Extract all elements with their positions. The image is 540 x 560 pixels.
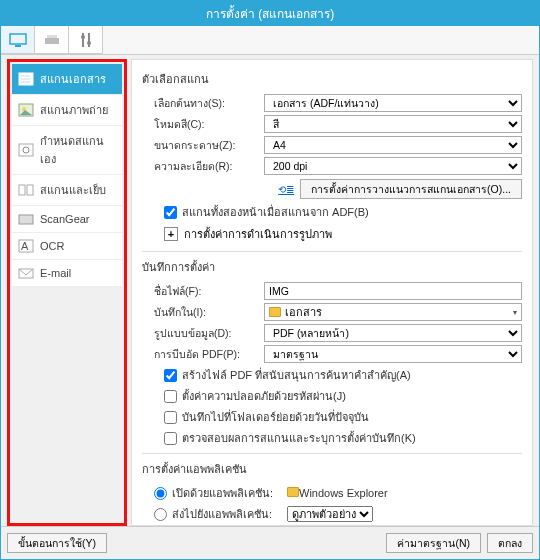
pdf-searchable-checkbox[interactable]	[164, 369, 177, 382]
svg-rect-14	[19, 144, 33, 156]
sidebar-item-label: สแกนภาพถ่าย	[40, 101, 108, 119]
resolution-label: ความละเอียด(R):	[154, 158, 264, 175]
instructions-button[interactable]: ขั้นตอนการใช้(Y)	[7, 533, 107, 553]
filename-label: ชื่อไฟล์(F):	[154, 283, 264, 300]
open-with-select[interactable]: Windows Explorer	[287, 487, 388, 499]
document-scan-icon	[18, 72, 34, 86]
photo-scan-icon	[18, 103, 34, 117]
tab-preferences[interactable]	[69, 26, 103, 54]
main-area: สแกนเอกสาร สแกนภาพถ่าย กำหนดสแกนเอง สแกน…	[1, 55, 539, 526]
image-processing-label: การตั้งค่าการดำเนินการรูปภาพ	[184, 225, 332, 243]
custom-scan-icon	[18, 143, 34, 157]
ocr-icon: A	[18, 239, 34, 253]
email-icon	[18, 266, 34, 280]
check-results-checkbox[interactable]	[164, 432, 177, 445]
source-select[interactable]: เอกสาร (ADF/แท่นวาง)	[264, 94, 522, 112]
folder-icon	[287, 487, 299, 497]
send-to-app-select[interactable]: ดูภาพตัวอย่าง	[287, 506, 373, 522]
sidebar-item-label: E-mail	[40, 267, 71, 279]
password-security-checkbox[interactable]	[164, 390, 177, 403]
expand-image-processing[interactable]: +	[164, 227, 178, 241]
orientation-settings-button[interactable]: การตั้งค่าการวางแนวการสแกนเอกสาร(O)...	[300, 179, 522, 199]
sidebar-item-email[interactable]: E-mail	[12, 260, 122, 287]
scangear-icon	[18, 212, 34, 226]
resolution-select[interactable]: 200 dpi	[264, 157, 522, 175]
svg-point-7	[87, 41, 91, 45]
open-with-radio[interactable]	[154, 487, 167, 500]
subfolder-date-checkbox[interactable]	[164, 411, 177, 424]
sliders-icon	[79, 32, 93, 48]
orient-link-icon[interactable]: ⟲≣	[278, 184, 294, 195]
svg-rect-17	[27, 185, 33, 195]
sidebar: สแกนเอกสาร สแกนภาพถ่าย กำหนดสแกนเอง สแกน…	[12, 64, 122, 287]
sidebar-item-ocr[interactable]: A OCR	[12, 233, 122, 260]
scanner-icon	[43, 33, 61, 47]
source-label: เลือกต้นทาง(S):	[154, 95, 264, 112]
sidebar-item-label: สแกนเอกสาร	[40, 70, 106, 88]
open-with-label: เปิดด้วยแอพพลิเคชัน:	[172, 484, 282, 502]
pdf-searchable-label: สร้างไฟล์ PDF ที่สนับสนุนการค้นหาคำสำคัญ…	[182, 366, 411, 384]
top-toolbar	[1, 26, 539, 55]
sidebar-item-document[interactable]: สแกนเอกสาร	[12, 64, 122, 95]
sidebar-item-photo[interactable]: สแกนภาพถ่าย	[12, 95, 122, 126]
sidebar-item-label: OCR	[40, 240, 64, 252]
paper-label: ขนาดกระดาษ(Z):	[154, 137, 264, 154]
adf-both-sides-checkbox[interactable]	[164, 206, 177, 219]
svg-rect-0	[10, 34, 26, 44]
footer: ขั้นตอนการใช้(Y) ค่ามาตรฐาน(N) ตกลง	[1, 526, 539, 559]
saveto-label: บันทึกใน(I):	[154, 304, 264, 321]
color-select[interactable]: สี	[264, 115, 522, 133]
sidebar-item-stitch[interactable]: สแกนและเย็บ	[12, 175, 122, 206]
check-results-label: ตรวจสอบผลการสแกนและระบุการตั้งค่าบันทึก(…	[182, 429, 416, 447]
sidebar-highlight: สแกนเอกสาร สแกนภาพถ่าย กำหนดสแกนเอง สแกน…	[7, 59, 127, 526]
paper-select[interactable]: A4	[264, 136, 522, 154]
sidebar-item-label: กำหนดสแกนเอง	[40, 132, 116, 168]
saveto-select[interactable]: เอกสาร	[264, 303, 522, 321]
svg-rect-2	[45, 38, 59, 44]
monitor-icon	[9, 33, 27, 47]
tab-from-scanner[interactable]	[35, 26, 69, 54]
sidebar-item-label: ScanGear	[40, 213, 90, 225]
stitch-scan-icon	[18, 183, 34, 197]
pdfcomp-label: การบีบอัด PDF(P):	[154, 346, 264, 363]
scan-options-title: ตัวเลือกสแกน	[142, 70, 522, 88]
save-settings-title: บันทึกการตั้งค่า	[142, 258, 522, 276]
sidebar-item-custom[interactable]: กำหนดสแกนเอง	[12, 126, 122, 175]
sidebar-item-label: สแกนและเย็บ	[40, 181, 106, 199]
defaults-button[interactable]: ค่ามาตรฐาน(N)	[386, 533, 481, 553]
send-to-app-label: ส่งไปยังแอพพลิเคชัน:	[172, 505, 282, 523]
svg-rect-16	[19, 185, 25, 195]
sidebar-item-scangear[interactable]: ScanGear	[12, 206, 122, 233]
svg-rect-18	[19, 215, 33, 224]
settings-window: การตั้งค่า (สแกนเอกสาร) สแกนเอกสาร สแกนภ…	[0, 0, 540, 560]
format-select[interactable]: PDF (หลายหน้า)	[264, 324, 522, 342]
svg-rect-1	[15, 45, 21, 47]
tab-from-computer[interactable]	[1, 26, 35, 54]
content-panel: ตัวเลือกสแกน เลือกต้นทาง(S): เอกสาร (ADF…	[131, 59, 533, 526]
password-security-label: ตั้งค่าความปลอดภัยด้วยรหัสผ่าน(J)	[182, 387, 346, 405]
svg-point-6	[81, 35, 85, 39]
send-to-app-radio[interactable]	[154, 508, 167, 521]
pdfcomp-select[interactable]: มาตรฐาน	[264, 345, 522, 363]
subfolder-date-label: บันทึกไปที่โฟลเดอร์ย่อยด้วยวันที่ปัจจุบั…	[182, 408, 369, 426]
svg-text:A: A	[21, 240, 29, 252]
folder-icon	[269, 307, 281, 317]
adf-both-sides-label: สแกนทั้งสองหน้าเมื่อสแกนจาก ADF(B)	[182, 203, 369, 221]
app-settings-title: การตั้งค่าแอพพลิเคชัน	[142, 460, 522, 478]
window-title: การตั้งค่า (สแกนเอกสาร)	[1, 1, 539, 26]
color-label: โหมดสี(C):	[154, 116, 264, 133]
format-label: รูปแบบข้อมูล(D):	[154, 325, 264, 342]
ok-button[interactable]: ตกลง	[487, 533, 533, 553]
svg-rect-3	[47, 35, 57, 38]
filename-input[interactable]	[264, 282, 522, 300]
